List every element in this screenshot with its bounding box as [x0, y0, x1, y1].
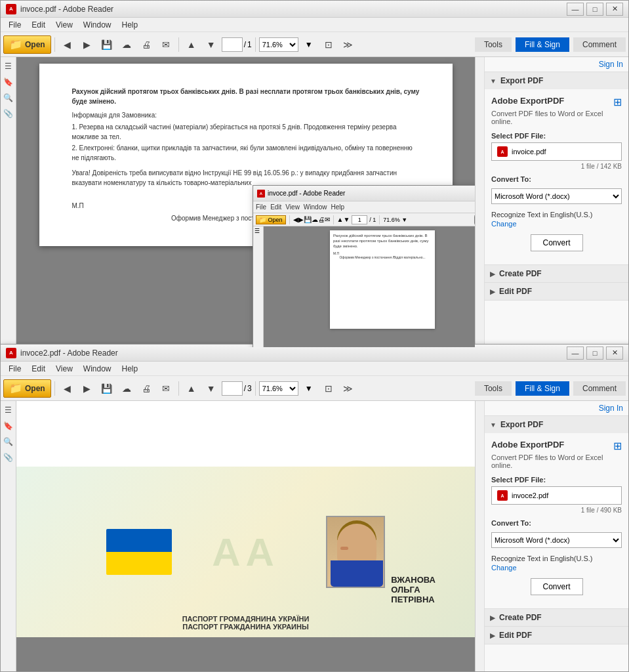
left-btn-search-w2[interactable]: 🔍: [2, 435, 15, 448]
btn-next-doc-w1[interactable]: ▶: [78, 35, 96, 54]
btn-more-w1[interactable]: ≫: [339, 35, 357, 54]
left-btn-bookmark-w1[interactable]: 🔖: [2, 75, 15, 89]
btn-print-w2[interactable]: 🖨: [137, 379, 155, 398]
convert-to-select-w2[interactable]: Microsoft Word (*.docx): [491, 532, 622, 548]
menu-window-w2[interactable]: Window: [78, 363, 117, 375]
maximize-btn-window2[interactable]: □: [586, 346, 603, 360]
edit-section-header-w1[interactable]: ▶ Edit PDF: [485, 283, 628, 300]
open-button-w1[interactable]: 📁 Open: [3, 35, 51, 54]
left-btn-attach-w2[interactable]: 📎: [2, 451, 15, 464]
btn-email-w1[interactable]: ✉: [157, 35, 175, 54]
btn-more-w2[interactable]: ≫: [339, 379, 357, 398]
left-btn-layers-w2[interactable]: ☰: [2, 404, 15, 417]
close-btn-window1[interactable]: ✕: [606, 3, 623, 16]
nested-page-input[interactable]: [352, 215, 367, 224]
export-arrow-w1: ▼: [490, 77, 497, 85]
btn-up-w2[interactable]: ▲: [182, 379, 201, 398]
comment-btn-w1[interactable]: Comment: [573, 37, 626, 52]
export-desc-w1: Convert PDF files to Word or Excel onlin…: [491, 110, 622, 125]
export-arrow-w2: ▼: [490, 421, 497, 429]
zoom-select-w2[interactable]: 71.6%: [259, 381, 298, 396]
tools-btn-w1[interactable]: Tools: [475, 37, 512, 52]
open-button-w2[interactable]: 📁 Open: [3, 379, 51, 398]
edit-section-header-w2[interactable]: ▶ Edit PDF: [485, 627, 628, 644]
nested-menu-help[interactable]: Help: [331, 203, 344, 211]
minimize-btn-window2[interactable]: —: [567, 346, 584, 360]
close-btn-window2[interactable]: ✕: [606, 346, 623, 360]
nested-tools-btn[interactable]: Tools: [474, 215, 475, 225]
titlebar-window1: A invoce.pdf - Adobe Reader — □ ✕: [1, 1, 628, 18]
page-input-w1[interactable]: 1: [222, 37, 243, 52]
page-total-w2: 3: [247, 384, 252, 393]
btn-up-w1[interactable]: ▲: [182, 35, 201, 54]
btn-cloud-w2[interactable]: ☁: [117, 379, 136, 398]
menu-edit-w2[interactable]: Edit: [26, 363, 51, 375]
btn-save-w2[interactable]: 💾: [98, 379, 116, 398]
left-btn-layers-w1[interactable]: ☰: [2, 60, 15, 73]
page-nav-w1: 1 / 1: [222, 37, 252, 52]
export-section-w1: ▼ Export PDF Adobe ExportPDF ⊞ Convert P…: [485, 72, 628, 265]
btn-cloud-w1[interactable]: ☁: [117, 35, 136, 54]
left-btn-search-w1[interactable]: 🔍: [2, 91, 15, 104]
btn-email-w2[interactable]: ✉: [157, 379, 175, 398]
btn-zoom-fit-w2[interactable]: ⊡: [319, 379, 338, 398]
sep1-w1: [54, 37, 55, 52]
btn-save-w1[interactable]: 💾: [98, 35, 116, 54]
nested-menu-edit[interactable]: Edit: [270, 203, 281, 211]
sign-in-link-w1[interactable]: Sign In: [599, 60, 623, 69]
maximize-btn-window1[interactable]: □: [586, 3, 603, 16]
nested-left-btn[interactable]: ☰: [253, 226, 263, 236]
menu-window-w1[interactable]: Window: [78, 19, 117, 31]
sign-in-link-w2[interactable]: Sign In: [599, 404, 623, 413]
menu-help-w2[interactable]: Help: [117, 363, 144, 375]
btn-down-w1[interactable]: ▼: [202, 35, 220, 54]
menu-view-w1[interactable]: View: [51, 19, 78, 31]
btn-zoom-expand-w2[interactable]: ▼: [300, 379, 318, 398]
menu-help-w1[interactable]: Help: [117, 19, 144, 31]
btn-next-doc-w2[interactable]: ▶: [78, 379, 96, 398]
convert-btn-w1[interactable]: Convert: [531, 234, 583, 251]
convert-btn-w2[interactable]: Convert: [531, 578, 583, 595]
scroll-bar-w2[interactable]: [475, 401, 484, 671]
flag-yellow-w2: [106, 552, 172, 575]
nested-open-btn[interactable]: 📁 Open: [256, 215, 286, 224]
left-btn-bookmark-w2[interactable]: 🔖: [2, 419, 15, 432]
file-size-w1: 1 file / 142 KB: [491, 163, 622, 170]
passport-name3: ПЕТРІВНА: [391, 595, 436, 604]
create-section-header-w1[interactable]: ▶ Create PDF: [485, 265, 628, 282]
minimize-btn-window1[interactable]: —: [567, 3, 584, 16]
export-section-header-w2[interactable]: ▼ Export PDF: [485, 416, 628, 433]
menu-file-w1[interactable]: File: [3, 19, 26, 31]
change-link-w1[interactable]: Change: [491, 220, 622, 228]
btn-prev-doc-w1[interactable]: ◀: [58, 35, 77, 54]
menu-view-w2[interactable]: View: [51, 363, 78, 375]
btn-print-w1[interactable]: 🖨: [137, 35, 155, 54]
fill-sign-btn-w1[interactable]: Fill & Sign: [516, 37, 569, 52]
btn-down-w2[interactable]: ▼: [202, 379, 220, 398]
content-area-w1: ☰ 🔖 🔍 📎 Рахунок дійсний протягом трьох б…: [1, 57, 628, 347]
zoom-select-w1[interactable]: 71.6%: [259, 37, 298, 52]
nested-titlebar: A invoce.pdf - Adobe Reader — □ ✕: [253, 186, 475, 201]
export-section-header-w1[interactable]: ▼ Export PDF: [485, 72, 628, 89]
comment-btn-w2[interactable]: Comment: [573, 381, 626, 396]
btn-prev-doc-w2[interactable]: ◀: [58, 379, 77, 398]
change-link-w2[interactable]: Change: [491, 564, 622, 572]
scroll-bar-w1[interactable]: [475, 57, 484, 347]
fill-sign-btn-w2[interactable]: Fill & Sign: [516, 381, 569, 396]
convert-to-select-w1[interactable]: Microsoft Word (*.docx): [491, 188, 622, 204]
pdf-line1: Рахунок дійсний протягом трьох банківськ…: [72, 87, 420, 106]
btn-zoom-expand-w1[interactable]: ▼: [300, 35, 318, 54]
left-btn-attach-w1[interactable]: 📎: [2, 107, 15, 120]
nested-menu-file[interactable]: File: [256, 203, 266, 211]
nested-content: ☰ Рахунок дійсний протягом трьох банківс…: [253, 226, 475, 347]
tools-btn-w2[interactable]: Tools: [475, 381, 512, 396]
folder-icon-w2: 📁: [9, 382, 22, 394]
menu-file-w2[interactable]: File: [3, 363, 26, 375]
create-section-header-w2[interactable]: ▶ Create PDF: [485, 609, 628, 626]
menu-edit-w1[interactable]: Edit: [26, 19, 51, 31]
nested-menu-window[interactable]: Window: [304, 203, 327, 211]
page-input-w2[interactable]: 2: [222, 381, 243, 396]
nested-menu-view[interactable]: View: [285, 203, 300, 211]
pdf-line2: Інформація для Замовника:: [72, 110, 420, 120]
btn-zoom-fit-w1[interactable]: ⊡: [319, 35, 338, 54]
